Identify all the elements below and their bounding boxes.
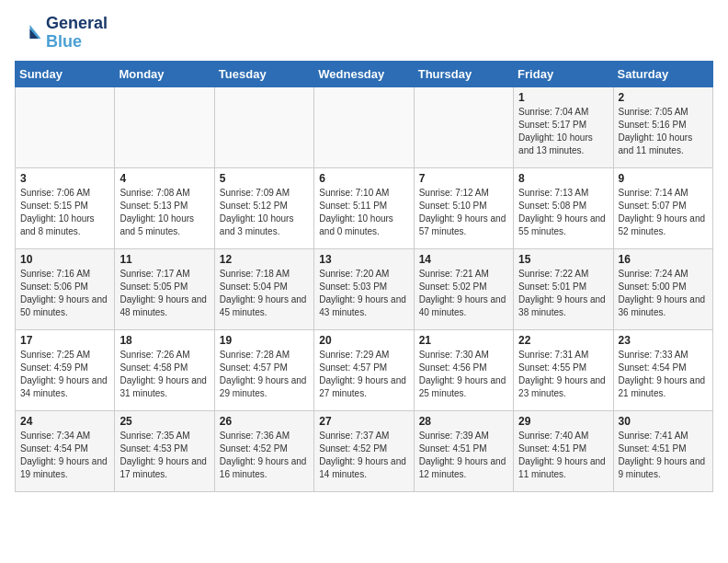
calendar-day-cell: 29Sunrise: 7:40 AM Sunset: 4:51 PM Dayli… [514, 410, 613, 491]
calendar-day-cell: 25Sunrise: 7:35 AM Sunset: 4:53 PM Dayli… [115, 410, 214, 491]
calendar-week-row: 24Sunrise: 7:34 AM Sunset: 4:54 PM Dayli… [16, 410, 713, 491]
day-number: 11 [119, 253, 209, 266]
day-info: Sunrise: 7:30 AM Sunset: 4:56 PM Dayligh… [419, 349, 508, 400]
day-number: 21 [419, 334, 508, 347]
day-number: 1 [518, 91, 608, 104]
day-info: Sunrise: 7:08 AM Sunset: 5:13 PM Dayligh… [119, 187, 209, 238]
weekday-header-row: SundayMondayTuesdayWednesdayThursdayFrid… [16, 61, 713, 86]
day-info: Sunrise: 7:21 AM Sunset: 5:02 PM Dayligh… [419, 268, 508, 319]
day-number: 9 [619, 172, 708, 185]
day-number: 23 [619, 334, 708, 347]
calendar-week-row: 10Sunrise: 7:16 AM Sunset: 5:06 PM Dayli… [16, 248, 713, 329]
day-number: 14 [419, 253, 508, 266]
day-number: 2 [619, 91, 708, 104]
calendar-day-cell: 11Sunrise: 7:17 AM Sunset: 5:05 PM Dayli… [115, 248, 214, 329]
day-info: Sunrise: 7:24 AM Sunset: 5:00 PM Dayligh… [619, 268, 708, 319]
day-number: 5 [220, 172, 309, 185]
calendar-table: SundayMondayTuesdayWednesdayThursdayFrid… [15, 61, 713, 492]
day-number: 13 [319, 253, 408, 266]
calendar-day-cell: 19Sunrise: 7:28 AM Sunset: 4:57 PM Dayli… [214, 329, 313, 410]
weekday-header-cell: Thursday [414, 61, 513, 86]
calendar-day-cell: 18Sunrise: 7:26 AM Sunset: 4:58 PM Dayli… [115, 329, 214, 410]
day-number: 19 [220, 334, 309, 347]
day-number: 3 [20, 172, 109, 185]
day-info: Sunrise: 7:36 AM Sunset: 4:52 PM Dayligh… [220, 430, 309, 481]
day-info: Sunrise: 7:25 AM Sunset: 4:59 PM Dayligh… [20, 349, 109, 400]
day-info: Sunrise: 7:34 AM Sunset: 4:54 PM Dayligh… [20, 430, 109, 481]
day-number: 6 [319, 172, 408, 185]
calendar-day-cell: 5Sunrise: 7:09 AM Sunset: 5:12 PM Daylig… [214, 167, 313, 248]
calendar-day-cell: 26Sunrise: 7:36 AM Sunset: 4:52 PM Dayli… [214, 410, 313, 491]
logo-icon [15, 19, 42, 47]
day-info: Sunrise: 7:13 AM Sunset: 5:08 PM Dayligh… [518, 187, 608, 238]
calendar-day-cell: 8Sunrise: 7:13 AM Sunset: 5:08 PM Daylig… [514, 167, 613, 248]
day-number: 24 [20, 415, 109, 428]
day-info: Sunrise: 7:12 AM Sunset: 5:10 PM Dayligh… [419, 187, 508, 238]
day-info: Sunrise: 7:06 AM Sunset: 5:15 PM Dayligh… [20, 187, 109, 238]
day-info: Sunrise: 7:28 AM Sunset: 4:57 PM Dayligh… [220, 349, 309, 400]
day-number: 29 [518, 415, 608, 428]
calendar-day-cell [115, 86, 214, 167]
logo: General Blue [15, 15, 108, 52]
weekday-header-cell: Saturday [613, 61, 712, 86]
calendar-day-cell: 12Sunrise: 7:18 AM Sunset: 5:04 PM Dayli… [214, 248, 313, 329]
day-info: Sunrise: 7:39 AM Sunset: 4:51 PM Dayligh… [419, 430, 508, 481]
day-number: 17 [20, 334, 109, 347]
day-info: Sunrise: 7:09 AM Sunset: 5:12 PM Dayligh… [220, 187, 309, 238]
day-number: 22 [518, 334, 608, 347]
day-number: 25 [119, 415, 209, 428]
calendar-day-cell [414, 86, 513, 167]
day-number: 12 [220, 253, 309, 266]
calendar-day-cell: 13Sunrise: 7:20 AM Sunset: 5:03 PM Dayli… [314, 248, 414, 329]
day-number: 26 [220, 415, 309, 428]
calendar-day-cell: 24Sunrise: 7:34 AM Sunset: 4:54 PM Dayli… [16, 410, 115, 491]
calendar-day-cell: 27Sunrise: 7:37 AM Sunset: 4:52 PM Dayli… [314, 410, 414, 491]
calendar-day-cell: 17Sunrise: 7:25 AM Sunset: 4:59 PM Dayli… [16, 329, 115, 410]
calendar-day-cell [214, 86, 313, 167]
day-number: 20 [319, 334, 408, 347]
day-number: 27 [319, 415, 408, 428]
calendar-week-row: 3Sunrise: 7:06 AM Sunset: 5:15 PM Daylig… [16, 167, 713, 248]
day-number: 8 [518, 172, 608, 185]
day-info: Sunrise: 7:33 AM Sunset: 4:54 PM Dayligh… [619, 349, 708, 400]
day-info: Sunrise: 7:22 AM Sunset: 5:01 PM Dayligh… [518, 268, 608, 319]
logo-text: General Blue [46, 15, 108, 52]
calendar-day-cell: 23Sunrise: 7:33 AM Sunset: 4:54 PM Dayli… [613, 329, 712, 410]
day-number: 7 [419, 172, 508, 185]
calendar-week-row: 1Sunrise: 7:04 AM Sunset: 5:17 PM Daylig… [16, 86, 713, 167]
day-number: 10 [20, 253, 109, 266]
day-info: Sunrise: 7:04 AM Sunset: 5:17 PM Dayligh… [518, 106, 608, 157]
day-number: 15 [518, 253, 608, 266]
calendar-day-cell: 22Sunrise: 7:31 AM Sunset: 4:55 PM Dayli… [514, 329, 613, 410]
calendar-day-cell [314, 86, 414, 167]
calendar-day-cell: 14Sunrise: 7:21 AM Sunset: 5:02 PM Dayli… [414, 248, 513, 329]
calendar-day-cell: 28Sunrise: 7:39 AM Sunset: 4:51 PM Dayli… [414, 410, 513, 491]
day-info: Sunrise: 7:31 AM Sunset: 4:55 PM Dayligh… [518, 349, 608, 400]
day-info: Sunrise: 7:35 AM Sunset: 4:53 PM Dayligh… [119, 430, 209, 481]
day-number: 4 [119, 172, 209, 185]
day-info: Sunrise: 7:14 AM Sunset: 5:07 PM Dayligh… [619, 187, 708, 238]
calendar-day-cell: 16Sunrise: 7:24 AM Sunset: 5:00 PM Dayli… [613, 248, 712, 329]
calendar-day-cell: 2Sunrise: 7:05 AM Sunset: 5:16 PM Daylig… [613, 86, 712, 167]
day-number: 30 [619, 415, 708, 428]
day-number: 16 [619, 253, 708, 266]
weekday-header-cell: Monday [115, 61, 214, 86]
day-number: 18 [119, 334, 209, 347]
weekday-header-cell: Friday [514, 61, 613, 86]
day-info: Sunrise: 7:20 AM Sunset: 5:03 PM Dayligh… [319, 268, 408, 319]
day-number: 28 [419, 415, 508, 428]
calendar-day-cell: 4Sunrise: 7:08 AM Sunset: 5:13 PM Daylig… [115, 167, 214, 248]
calendar-day-cell: 9Sunrise: 7:14 AM Sunset: 5:07 PM Daylig… [613, 167, 712, 248]
calendar-day-cell: 30Sunrise: 7:41 AM Sunset: 4:51 PM Dayli… [613, 410, 712, 491]
day-info: Sunrise: 7:18 AM Sunset: 5:04 PM Dayligh… [220, 268, 309, 319]
calendar-day-cell: 15Sunrise: 7:22 AM Sunset: 5:01 PM Dayli… [514, 248, 613, 329]
day-info: Sunrise: 7:29 AM Sunset: 4:57 PM Dayligh… [319, 349, 408, 400]
day-info: Sunrise: 7:05 AM Sunset: 5:16 PM Dayligh… [619, 106, 708, 157]
day-info: Sunrise: 7:26 AM Sunset: 4:58 PM Dayligh… [119, 349, 209, 400]
day-info: Sunrise: 7:37 AM Sunset: 4:52 PM Dayligh… [319, 430, 408, 481]
calendar-day-cell: 7Sunrise: 7:12 AM Sunset: 5:10 PM Daylig… [414, 167, 513, 248]
day-info: Sunrise: 7:10 AM Sunset: 5:11 PM Dayligh… [319, 187, 408, 238]
day-info: Sunrise: 7:40 AM Sunset: 4:51 PM Dayligh… [518, 430, 608, 481]
weekday-header-cell: Wednesday [314, 61, 414, 86]
weekday-header-cell: Sunday [16, 61, 115, 86]
